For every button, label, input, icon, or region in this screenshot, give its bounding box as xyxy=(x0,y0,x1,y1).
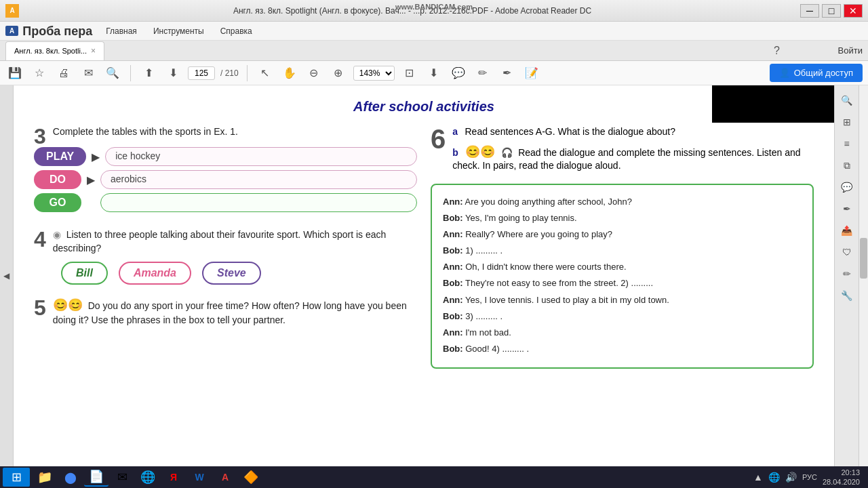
redact-button[interactable]: ✏ xyxy=(837,264,856,283)
left-sidebar[interactable]: ◀ xyxy=(0,85,14,466)
help-icon[interactable]: ? xyxy=(774,45,780,57)
taskbar-explorer[interactable]: 📁 xyxy=(33,468,57,487)
protect-button[interactable]: 🛡 xyxy=(837,243,856,262)
tools-menu-button[interactable]: 🔧 xyxy=(837,286,856,305)
zoom-in-button[interactable]: ⊕ xyxy=(329,64,348,83)
fill-sign-button[interactable]: ✒ xyxy=(837,199,856,218)
window-controls: ─ □ ✕ xyxy=(800,4,863,18)
comment-tool-button[interactable]: 💬 xyxy=(837,178,856,197)
scrollbar[interactable] xyxy=(859,85,868,466)
sub-label-a: a xyxy=(452,126,458,137)
taskbar-date-value: 28.04.2020 xyxy=(823,477,860,487)
nav-tools[interactable]: Инструменты xyxy=(151,25,207,37)
marquee-zoom-button[interactable]: ⊡ xyxy=(400,64,419,83)
black-overlay xyxy=(712,85,834,123)
send-button[interactable]: 📤 xyxy=(837,221,856,240)
search-tool-button[interactable]: 🔍 xyxy=(837,91,856,110)
dialogue-line-4: Ann: Oh, I didn't know there were courts… xyxy=(443,260,802,274)
play-content: ice hockey xyxy=(105,147,417,166)
taskbar-right: ▲ 🌐 🔊 РУС 20:13 28.04.2020 xyxy=(753,468,865,487)
taskbar-volume-icon[interactable]: 🔊 xyxy=(785,472,797,483)
sub-exercise-b: b 😊😊 🎧 Read the dialogue and complete th… xyxy=(452,144,814,171)
app-logo-icon: A xyxy=(5,4,19,18)
minimize-button[interactable]: ─ xyxy=(800,4,819,18)
dialogue-line-6: Ann: Yes, I love tennis. I used to play … xyxy=(443,293,802,308)
nav-home[interactable]: Главная xyxy=(103,25,140,37)
do-arrow: ▶ xyxy=(87,174,95,186)
left-column: 3 Complete the tables with the sports in… xyxy=(34,125,417,381)
pdf-content: After school activities 3 Complete the t… xyxy=(14,85,834,466)
zoom-out-button[interactable]: ⊖ xyxy=(304,64,323,83)
draw-button[interactable]: ✒ xyxy=(498,64,517,83)
tab-close-button[interactable]: × xyxy=(91,46,96,56)
hand-tool-button[interactable]: ✋ xyxy=(280,64,299,83)
exercise-3-instruction: Complete the tables with the sports in E… xyxy=(53,125,417,139)
dialogue-text-0: Are you doing anything after school, Joh… xyxy=(465,197,632,207)
taskbar-word[interactable]: W xyxy=(187,468,212,487)
maximize-button[interactable]: □ xyxy=(822,4,841,18)
bookmark-tool-button[interactable]: ≡ xyxy=(837,134,856,153)
content-columns: 3 Complete the tables with the sports in… xyxy=(34,125,814,381)
sign-button[interactable]: 📝 xyxy=(522,64,541,83)
left-arrow-icon: ◀ xyxy=(3,271,9,281)
dialogue-text-5: They're not easy to see from the street.… xyxy=(465,278,653,288)
bandicam-watermark: www.BANDICAM.com xyxy=(395,3,473,11)
do-badge: DO xyxy=(34,170,81,189)
highlight-button[interactable]: ✏ xyxy=(473,64,492,83)
prev-page-button[interactable]: ⬆ xyxy=(139,64,158,83)
exercise-5-number: 5 xyxy=(34,297,46,319)
taskbar: ⊞ 📁 ⬤ 📄 ✉ 🌐 Я W A 🔶 ▲ 🌐 🔊 РУС 20:13 28.0… xyxy=(0,466,868,488)
thumbnail-button[interactable]: ⊞ xyxy=(837,113,856,131)
scrollbar-thumb[interactable] xyxy=(860,238,867,279)
next-page-button[interactable]: ⬇ xyxy=(163,64,182,83)
search-button[interactable]: 🔍 xyxy=(103,64,122,83)
taskbar-arrow-icon[interactable]: ▲ xyxy=(753,472,763,483)
share-button[interactable]: 👤 Общий доступ xyxy=(770,64,863,82)
do-content: aerobics xyxy=(100,170,417,189)
go-content xyxy=(100,193,417,212)
nav-help[interactable]: Справка xyxy=(218,25,255,37)
scroll-button[interactable]: ⬇ xyxy=(425,64,443,83)
exercise-3: 3 Complete the tables with the sports in… xyxy=(34,125,417,216)
smiley-icons-5: 😊😊 xyxy=(53,298,83,312)
cursor-tool-button[interactable]: ↖ xyxy=(256,64,275,83)
taskbar-mail[interactable]: ✉ xyxy=(110,468,134,487)
bookmark-button[interactable]: ☆ xyxy=(30,64,49,83)
start-button[interactable]: ⊞ xyxy=(3,468,30,487)
close-button[interactable]: ✕ xyxy=(844,4,863,18)
taskbar-vlc[interactable]: 🔶 xyxy=(239,468,263,487)
smiley-icons-6b: 😊😊 xyxy=(465,145,495,159)
taskbar-apps: 📁 ⬤ 📄 ✉ 🌐 Я W A 🔶 xyxy=(33,468,753,487)
speaker-4: Ann: xyxy=(443,262,463,272)
dialogue-line-9: Bob: Good! 4) ......... . xyxy=(443,342,802,357)
taskbar-pdf[interactable]: A xyxy=(213,468,237,487)
dialogue-line-8: Ann: I'm not bad. xyxy=(443,325,802,340)
taskbar-ie[interactable]: 🌐 xyxy=(136,468,160,487)
names-row: Bill Amanda Steve xyxy=(61,262,417,285)
right-column: 6 a Read sentences A-G. What is the dial… xyxy=(431,125,814,381)
speaker-7: Bob: xyxy=(443,311,463,321)
layers-button[interactable]: ⧉ xyxy=(837,156,856,175)
taskbar-chrome[interactable]: ⬤ xyxy=(58,468,83,487)
acrobat-logo: A xyxy=(5,26,18,36)
speaker-9: Bob: xyxy=(443,344,463,354)
active-tab[interactable]: Англ. яз. 8кл. Spotli... × xyxy=(5,41,104,60)
page-total: / 210 xyxy=(220,68,239,78)
print-button[interactable]: 🖨 xyxy=(54,64,73,83)
exercise-6-content: a Read sentences A-G. What is the dialog… xyxy=(452,125,814,178)
exercise-3-number: 3 xyxy=(34,125,46,147)
dialogue-line-7: Bob: 3) ......... . xyxy=(443,309,802,324)
taskbar-acrobat[interactable]: 📄 xyxy=(84,468,108,487)
page-number-input[interactable] xyxy=(188,66,215,80)
zoom-select[interactable]: 143% xyxy=(353,66,395,81)
login-button[interactable]: Войти xyxy=(838,45,863,56)
comment-button[interactable]: 💬 xyxy=(449,64,468,83)
taskbar-network-icon[interactable]: 🌐 xyxy=(768,472,780,483)
email-button[interactable]: ✉ xyxy=(79,64,98,83)
taskbar-yandex[interactable]: Я xyxy=(161,468,186,487)
headphone-icon-6b: 🎧 xyxy=(501,147,513,158)
tabs-bar: Англ. яз. 8кл. Spotli... × ? Войти xyxy=(0,41,868,61)
save-button[interactable]: 💾 xyxy=(5,64,24,83)
speaker-8: Ann: xyxy=(443,327,463,338)
do-row: DO ▶ aerobics xyxy=(34,170,417,189)
